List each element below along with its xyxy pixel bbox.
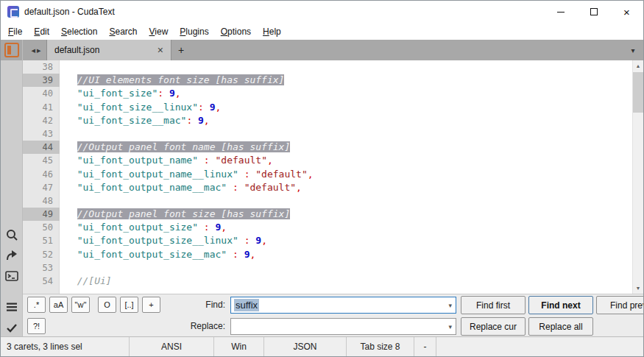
new-tab-button[interactable]: +: [171, 40, 191, 60]
menu-item-plugins[interactable]: Plugins: [174, 24, 214, 39]
line-number: 51: [23, 234, 60, 247]
line-number: 48: [23, 194, 60, 208]
editor-line: 46 "ui_font_output_name__linux" : "defau…: [23, 168, 632, 181]
scroll-up-icon[interactable]: ▲: [633, 60, 643, 71]
console-panel-button[interactable]: [1, 266, 22, 286]
line-number: 40: [23, 87, 60, 100]
find-next-button[interactable]: Find next: [528, 296, 593, 314]
code-text: "ui_font_output_size" : 9,: [60, 221, 227, 234]
replace-all-button[interactable]: Replace all: [528, 317, 593, 336]
editor-line: 53: [23, 261, 632, 275]
code-text: [60, 194, 66, 208]
sidebar-toggle-button[interactable]: [1, 40, 22, 60]
maximize-button[interactable]: [577, 1, 610, 23]
line-number: 54: [23, 275, 60, 288]
replace-history-dropdown-icon[interactable]: ▾: [448, 323, 452, 331]
menu-item-options[interactable]: Options: [215, 24, 257, 39]
editor[interactable]: 3839 //UI elements font size [has suffix…: [23, 60, 632, 294]
vertical-scrollbar[interactable]: ▲ ▼: [632, 60, 643, 294]
minimize-button[interactable]: [544, 1, 577, 23]
editor-line: 52 "ui_font_output_size__mac" : 9,: [23, 248, 632, 261]
check-icon: [5, 321, 18, 334]
menu-item-selection[interactable]: Selection: [55, 24, 103, 39]
find-history-dropdown-icon[interactable]: ▾: [448, 302, 452, 309]
code-text: "ui_font_size": 9,: [60, 87, 181, 100]
replace-input[interactable]: ▾: [230, 318, 456, 335]
code-text: //UI elements font size [has suffix]: [60, 74, 284, 87]
tab-scroll-right-icon[interactable]: ▸: [37, 46, 41, 55]
find-label: Find:: [133, 300, 225, 310]
tab-label: default.json: [54, 45, 99, 55]
case-toggle[interactable]: aA: [49, 297, 68, 313]
line-number: 50: [23, 221, 60, 234]
search-icon: [5, 228, 18, 241]
regex-toggle[interactable]: .*: [27, 297, 46, 313]
menu-item-file[interactable]: File: [2, 24, 28, 39]
whole-word-toggle[interactable]: "w": [71, 297, 90, 313]
menu-item-search[interactable]: Search: [103, 24, 143, 39]
code-text: //[Ui]: [60, 275, 112, 288]
find-input-value: suffix: [234, 299, 259, 311]
menu-item-edit[interactable]: Edit: [28, 24, 55, 39]
tab-list-dropdown-icon[interactable]: ▾: [625, 40, 641, 60]
sidebar: [1, 40, 23, 336]
menu-item-help[interactable]: Help: [257, 24, 287, 39]
validate-button[interactable]: [1, 318, 22, 337]
code-text: [60, 127, 66, 141]
tab-close-icon[interactable]: ×: [158, 45, 163, 55]
editor-area: 3839 //UI elements font size [has suffix…: [23, 60, 643, 294]
find-input[interactable]: suffix ▾: [230, 297, 456, 314]
code-text: [60, 60, 66, 74]
status-tab-size[interactable]: Tab size 8: [347, 337, 414, 356]
line-number: 49: [23, 208, 60, 221]
replace-options: ?!: [27, 318, 46, 334]
line-number: 53: [23, 261, 60, 275]
menu-item-view[interactable]: View: [144, 24, 174, 39]
replace-row: ?! Replace: ▾ Replace curReplace all: [23, 316, 643, 336]
confirm-replace-toggle[interactable]: ?!: [27, 318, 46, 334]
code-text: "ui_font_size__linux": 9,: [60, 101, 221, 114]
editor-line: 40 "ui_font_size": 9,: [23, 87, 632, 100]
find-prev-button[interactable]: Find prev: [596, 296, 643, 314]
statusbar: 3 carets, 3 lines selANSIWinJSONTab size…: [1, 336, 643, 356]
replace-cur-button[interactable]: Replace cur: [461, 317, 526, 336]
code-text: "ui_font_output_size__linux" : 9,: [60, 234, 267, 247]
line-number: 44: [23, 141, 60, 154]
scroll-down-icon[interactable]: ▼: [633, 283, 643, 294]
line-number: 41: [23, 101, 60, 114]
hamburger-icon: [6, 301, 18, 313]
menubar: FileEditSelectionSearchViewPluginsOption…: [1, 23, 643, 40]
editor-line: 49 //Output panel font size [has suffix]: [23, 208, 632, 221]
titlebar: default.json - CudaText ×: [1, 1, 643, 23]
window-title: default.json - CudaText: [24, 7, 115, 17]
line-number: 39: [23, 74, 60, 87]
find-buttons: Find firstFind nextFind prev: [461, 296, 643, 314]
editor-line: 51 "ui_font_output_size__linux" : 9,: [23, 234, 632, 247]
code-text: "ui_font_output_name" : "default",: [60, 154, 273, 167]
goto-panel-button[interactable]: [1, 246, 22, 265]
line-number: 47: [23, 181, 60, 194]
line-number: 43: [23, 127, 60, 141]
search-panel-button[interactable]: [1, 225, 22, 244]
menu-panel-button[interactable]: [1, 297, 22, 317]
status-encoding[interactable]: ANSI: [130, 337, 214, 356]
wrap-toggle[interactable]: O: [98, 297, 116, 313]
editor-line: 42 "ui_font_size__mac": 9,: [23, 114, 632, 127]
code-text: "ui_font_output_name__linux" : "default"…: [60, 168, 314, 181]
line-number: 42: [23, 114, 60, 127]
status-carets[interactable]: 3 carets, 3 lines sel: [1, 337, 130, 356]
close-button[interactable]: ×: [610, 1, 643, 23]
code-text: "ui_font_size__mac": 9,: [60, 114, 210, 127]
tabbar: ◂ ▸ default.json × + ▾: [23, 40, 643, 60]
code-text: "ui_font_output_name__mac" : "default",: [60, 181, 302, 194]
status-line-ends[interactable]: Win: [214, 337, 264, 356]
status-lexer[interactable]: JSON: [264, 337, 347, 356]
scrollbar-thumb[interactable]: [633, 72, 643, 113]
tab-scroll-buttons[interactable]: ◂ ▸: [26, 40, 46, 60]
status-extra[interactable]: -: [414, 337, 436, 356]
tab-default-json[interactable]: default.json ×: [46, 40, 171, 60]
editor-line: 44 //Output panel font name [has suffix]: [23, 141, 632, 154]
find-row: .*aA"w"O[..]+ Find: suffix ▾ Find firstF…: [23, 294, 643, 316]
tab-scroll-left-icon[interactable]: ◂: [31, 46, 35, 55]
find-first-button[interactable]: Find first: [461, 296, 526, 314]
